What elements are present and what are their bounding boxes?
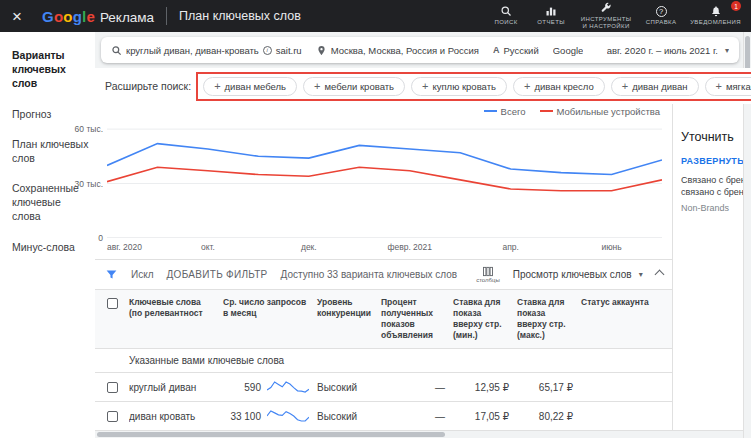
trend-sparkline	[267, 380, 309, 394]
search-icon	[111, 45, 122, 56]
x-axis-tick: дек.	[301, 242, 317, 252]
location-pin-icon	[316, 45, 327, 56]
keyword-chip[interactable]: + диван диван	[611, 77, 699, 96]
keyword-chip[interactable]: + мягкая мебель кровать	[705, 77, 751, 96]
refine-option[interactable]: связано с брендом	[681, 187, 751, 197]
brand-suffix: Реклама	[100, 10, 154, 25]
refine-group-label: Non-Brands	[681, 203, 751, 213]
network-segment[interactable]: Google	[553, 45, 584, 56]
chip-label: диван мебель	[225, 81, 286, 92]
row-checkbox[interactable]	[107, 411, 118, 422]
keyword-chip[interactable]: + диван мебель	[203, 77, 297, 96]
logo-letter: o	[54, 8, 63, 25]
plus-icon: +	[314, 81, 320, 92]
legend-item-mobile: Мобильные устройства	[540, 106, 660, 117]
table-row[interactable]: диван кровать 33 100 Высокий — 17,05 ₽ 8…	[95, 402, 672, 431]
x-axis: авг. 2020 окт. дек. февр. 2021 апр. июнь	[107, 240, 662, 255]
avg-searches-value: 590	[244, 382, 261, 393]
notifications-action[interactable]: 1 УВЕДОМЛЕНИЯ	[690, 5, 741, 27]
expand-all-link[interactable]: РАЗВЕРНУТЬ ВСЕ	[681, 156, 751, 166]
topbar: × G o o g l e Реклама План ключевых слов…	[0, 0, 751, 32]
location-value: Москва, Москва, Россия и Россия	[331, 45, 479, 56]
collapse-chevron-icon[interactable]	[654, 270, 664, 280]
plus-icon: +	[716, 81, 722, 92]
bell-icon	[710, 5, 722, 17]
search-action[interactable]: ПОИСК	[490, 5, 522, 27]
table-header: Ключевые слова (по релевантност Ср. числ…	[95, 290, 672, 349]
tools-settings-action[interactable]: ИНСТРУМЕНТЫ И НАСТРОЙКИ	[580, 2, 632, 31]
reports-action[interactable]: ОТЧЕТЫ	[535, 5, 567, 27]
trend-sparkline	[267, 409, 309, 423]
action-label: ИНСТРУМЕНТЫ И НАСТРОЙКИ	[580, 16, 632, 31]
column-header[interactable]: Уровень конкуренции	[317, 295, 381, 343]
x-axis-tick: авг. 2020	[107, 242, 142, 252]
reports-icon	[545, 5, 557, 17]
column-header[interactable]: Ср. число запросов в месяц	[223, 295, 317, 343]
keywords-value: круглый диван, диван-кровать	[126, 45, 259, 56]
chevron-down-icon: ▾	[639, 270, 643, 279]
logo-letter: o	[63, 8, 72, 25]
keyword-view-selector[interactable]: Просмотр ключевых слов ▾	[513, 269, 643, 280]
columns-label: столбцы	[476, 277, 500, 283]
google-ads-logo[interactable]: G o o g l e Реклама	[42, 8, 154, 25]
bid-high-cell: 65,17 ₽	[517, 382, 581, 393]
date-range-value: авг. 2020 г. – июль 2021 г.	[607, 45, 718, 56]
keyword-chip[interactable]: + куплю кровать	[411, 77, 507, 96]
bid-high-cell: 80,22 ₽	[517, 411, 581, 422]
columns-button[interactable]: столбцы	[476, 266, 500, 283]
main-content: круглый диван, диван-кровать i sait.ru М…	[95, 32, 751, 438]
sidebar-item-keyword-ideas[interactable]: Варианты ключевых слов	[0, 40, 95, 99]
keyword-chip[interactable]: + диван кресло	[513, 77, 605, 96]
horizontal-scrollbar[interactable]	[95, 430, 751, 438]
competition-cell: Высокий	[317, 382, 381, 393]
x-axis-tick: июнь	[601, 242, 621, 252]
language-segment[interactable]: A Русский	[493, 45, 539, 56]
y-axis-tick: 30 тыс.	[75, 179, 103, 189]
horizontal-scrollbar-thumb[interactable]	[97, 432, 445, 437]
translate-icon: A	[493, 45, 500, 55]
sidebar: Варианты ключевых слов Прогноз План ключ…	[0, 32, 95, 438]
traffic-chart: 60 тыс. 30 тыс. 0	[107, 120, 662, 238]
topbar-divider	[166, 7, 167, 25]
location-segment[interactable]: Москва, Москва, Россия и Россия	[316, 45, 479, 56]
action-label: ПОИСК	[495, 19, 518, 27]
column-header[interactable]: Статус аккаунта	[581, 295, 672, 343]
date-range-segment[interactable]: авг. 2020 г. – июль 2021 г. ▾	[607, 45, 729, 56]
filter-text[interactable]: Искл	[131, 269, 154, 280]
row-checkbox[interactable]	[107, 382, 118, 393]
y-axis-tick: 0	[98, 233, 103, 243]
select-all-checkbox[interactable]	[107, 298, 118, 309]
bid-low-cell: 17,05 ₽	[453, 411, 517, 422]
logo-letter: g	[73, 8, 82, 25]
site-value: sait.ru	[276, 45, 302, 56]
column-header[interactable]: Процент полученных показов объявления	[381, 295, 453, 343]
plus-icon: +	[524, 81, 530, 92]
table-row[interactable]: круглый диван 590 Высокий — 12,95 ₽ 65,1…	[95, 373, 672, 402]
filter-funnel-icon[interactable]	[105, 268, 118, 281]
close-icon[interactable]: ×	[12, 8, 30, 25]
column-header[interactable]: Ключевые слова (по релевантност	[129, 295, 223, 343]
y-axis-tick: 60 тыс.	[75, 124, 103, 134]
column-header[interactable]: Ставка для показа вверху стр. (мин.)	[453, 295, 517, 343]
sidebar-item-negative-keywords[interactable]: Минус-слова	[0, 232, 95, 262]
page-title: План ключевых слов	[179, 9, 301, 23]
action-label: СПРАВКА	[646, 19, 677, 27]
plan-settings-band: круглый диван, диван-кровать i sait.ru М…	[95, 32, 751, 68]
refine-option[interactable]: Связано с брендом	[681, 175, 751, 185]
keywords-segment[interactable]: круглый диван, диван-кровать i sait.ru	[111, 45, 302, 56]
keyword-chip[interactable]: + мебели кровать	[303, 77, 405, 96]
help-action[interactable]: ? СПРАВКА	[645, 6, 677, 27]
refine-keywords-panel: Уточнить РАЗВЕРНУТЬ ВСЕ Связано с брендо…	[672, 104, 751, 438]
plus-icon: +	[422, 81, 428, 92]
column-header[interactable]: Ставка для показа вверху стр. (макс.)	[517, 295, 581, 343]
legend-item-total: Всего	[484, 106, 526, 117]
avg-searches-value: 33 100	[230, 411, 261, 422]
add-filter-button[interactable]: ДОБАВИТЬ ФИЛЬТР	[167, 269, 268, 280]
keywords-table: Ключевые слова (по релевантност Ср. числ…	[95, 289, 672, 431]
wrench-icon	[600, 2, 612, 14]
action-label: ОТЧЕТЫ	[537, 19, 565, 27]
view-selector-label: Просмотр ключевых слов	[513, 269, 632, 280]
sidebar-item-keyword-plan[interactable]: План ключевых слов	[0, 129, 95, 173]
expand-search-row: Расширьте поиск: + диван мебель + мебели…	[95, 68, 751, 104]
chip-label: мягкая мебель кровать	[726, 81, 751, 92]
